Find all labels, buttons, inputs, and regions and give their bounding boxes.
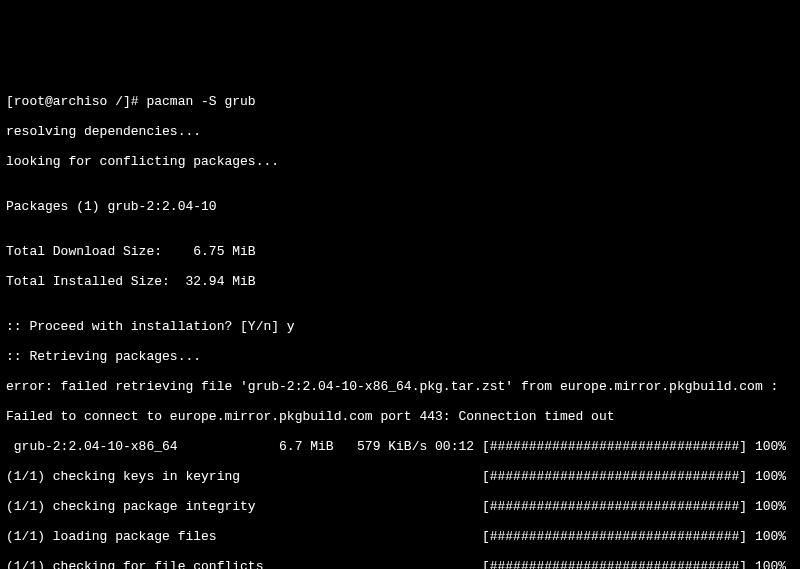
output-line: Packages (1) grub-2:2.04-10: [6, 199, 794, 214]
terminal-output: [root@archiso /]# pacman -S grub resolvi…: [0, 75, 800, 569]
progress-line: grub-2:2.04-10-x86_64 6.7 MiB 579 KiB/s …: [6, 439, 794, 454]
prompt-proceed[interactable]: :: Proceed with installation? [Y/n] y: [6, 319, 794, 334]
error-line: error: failed retrieving file 'grub-2:2.…: [6, 379, 794, 394]
error-line: Failed to connect to europe.mirror.pkgbu…: [6, 409, 794, 424]
command-text: pacman -S grub: [146, 94, 255, 109]
output-line: Total Installed Size: 32.94 MiB: [6, 274, 794, 289]
output-line: looking for conflicting packages...: [6, 154, 794, 169]
shell-prompt: [root@archiso /]#: [6, 94, 146, 109]
output-line: :: Retrieving packages...: [6, 349, 794, 364]
progress-line: (1/1) loading package files [###########…: [6, 529, 794, 544]
progress-line: (1/1) checking package integrity [######…: [6, 499, 794, 514]
prompt-line[interactable]: [root@archiso /]# pacman -S grub: [6, 94, 794, 109]
progress-line: (1/1) checking for file conflicts [#####…: [6, 559, 794, 569]
progress-line: (1/1) checking keys in keyring [########…: [6, 469, 794, 484]
output-line: resolving dependencies...: [6, 124, 794, 139]
output-line: Total Download Size: 6.75 MiB: [6, 244, 794, 259]
